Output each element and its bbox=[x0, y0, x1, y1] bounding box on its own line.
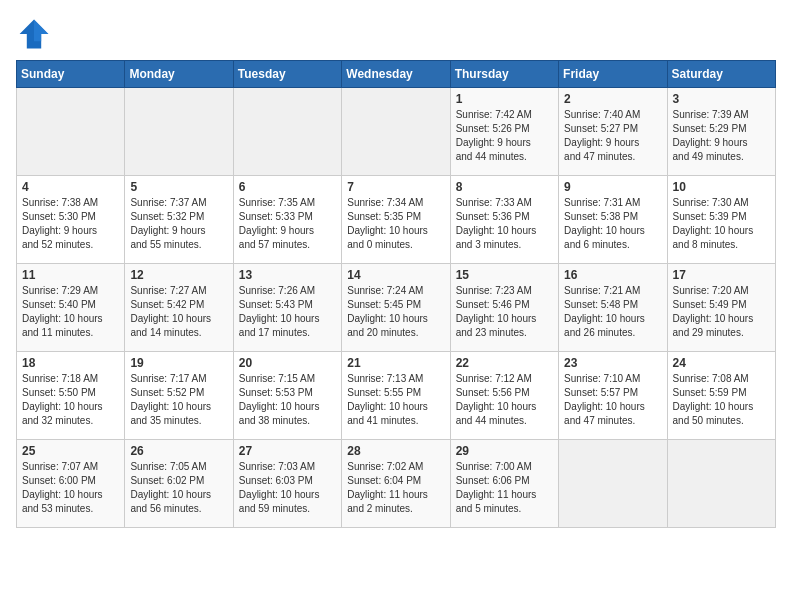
day-content: Sunrise: 7:21 AMSunset: 5:48 PMDaylight:… bbox=[564, 284, 661, 340]
week-row-3: 11Sunrise: 7:29 AMSunset: 5:40 PMDayligh… bbox=[17, 264, 776, 352]
calendar-cell: 9Sunrise: 7:31 AMSunset: 5:38 PMDaylight… bbox=[559, 176, 667, 264]
day-number: 1 bbox=[456, 92, 553, 106]
calendar-cell: 20Sunrise: 7:15 AMSunset: 5:53 PMDayligh… bbox=[233, 352, 341, 440]
header-tuesday: Tuesday bbox=[233, 61, 341, 88]
week-row-1: 1Sunrise: 7:42 AMSunset: 5:26 PMDaylight… bbox=[17, 88, 776, 176]
calendar-cell: 28Sunrise: 7:02 AMSunset: 6:04 PMDayligh… bbox=[342, 440, 450, 528]
day-content: Sunrise: 7:08 AMSunset: 5:59 PMDaylight:… bbox=[673, 372, 770, 428]
week-row-4: 18Sunrise: 7:18 AMSunset: 5:50 PMDayligh… bbox=[17, 352, 776, 440]
day-content: Sunrise: 7:40 AMSunset: 5:27 PMDaylight:… bbox=[564, 108, 661, 164]
day-content: Sunrise: 7:23 AMSunset: 5:46 PMDaylight:… bbox=[456, 284, 553, 340]
day-number: 27 bbox=[239, 444, 336, 458]
header-saturday: Saturday bbox=[667, 61, 775, 88]
day-content: Sunrise: 7:30 AMSunset: 5:39 PMDaylight:… bbox=[673, 196, 770, 252]
day-content: Sunrise: 7:17 AMSunset: 5:52 PMDaylight:… bbox=[130, 372, 227, 428]
calendar-cell: 3Sunrise: 7:39 AMSunset: 5:29 PMDaylight… bbox=[667, 88, 775, 176]
day-content: Sunrise: 7:33 AMSunset: 5:36 PMDaylight:… bbox=[456, 196, 553, 252]
day-content: Sunrise: 7:07 AMSunset: 6:00 PMDaylight:… bbox=[22, 460, 119, 516]
day-content: Sunrise: 7:12 AMSunset: 5:56 PMDaylight:… bbox=[456, 372, 553, 428]
calendar-cell: 23Sunrise: 7:10 AMSunset: 5:57 PMDayligh… bbox=[559, 352, 667, 440]
header-thursday: Thursday bbox=[450, 61, 558, 88]
day-content: Sunrise: 7:35 AMSunset: 5:33 PMDaylight:… bbox=[239, 196, 336, 252]
day-number: 7 bbox=[347, 180, 444, 194]
day-number: 8 bbox=[456, 180, 553, 194]
day-content: Sunrise: 7:00 AMSunset: 6:06 PMDaylight:… bbox=[456, 460, 553, 516]
day-content: Sunrise: 7:10 AMSunset: 5:57 PMDaylight:… bbox=[564, 372, 661, 428]
calendar-cell bbox=[559, 440, 667, 528]
day-number: 2 bbox=[564, 92, 661, 106]
week-row-2: 4Sunrise: 7:38 AMSunset: 5:30 PMDaylight… bbox=[17, 176, 776, 264]
calendar-cell: 16Sunrise: 7:21 AMSunset: 5:48 PMDayligh… bbox=[559, 264, 667, 352]
calendar-cell bbox=[233, 88, 341, 176]
day-content: Sunrise: 7:18 AMSunset: 5:50 PMDaylight:… bbox=[22, 372, 119, 428]
calendar-table: SundayMondayTuesdayWednesdayThursdayFrid… bbox=[16, 60, 776, 528]
calendar-cell: 27Sunrise: 7:03 AMSunset: 6:03 PMDayligh… bbox=[233, 440, 341, 528]
day-number: 24 bbox=[673, 356, 770, 370]
day-content: Sunrise: 7:20 AMSunset: 5:49 PMDaylight:… bbox=[673, 284, 770, 340]
calendar-cell: 22Sunrise: 7:12 AMSunset: 5:56 PMDayligh… bbox=[450, 352, 558, 440]
calendar-cell: 12Sunrise: 7:27 AMSunset: 5:42 PMDayligh… bbox=[125, 264, 233, 352]
day-number: 12 bbox=[130, 268, 227, 282]
day-content: Sunrise: 7:39 AMSunset: 5:29 PMDaylight:… bbox=[673, 108, 770, 164]
calendar-cell: 5Sunrise: 7:37 AMSunset: 5:32 PMDaylight… bbox=[125, 176, 233, 264]
calendar-cell: 25Sunrise: 7:07 AMSunset: 6:00 PMDayligh… bbox=[17, 440, 125, 528]
logo bbox=[16, 16, 56, 52]
header-friday: Friday bbox=[559, 61, 667, 88]
day-number: 3 bbox=[673, 92, 770, 106]
day-number: 18 bbox=[22, 356, 119, 370]
calendar-cell: 1Sunrise: 7:42 AMSunset: 5:26 PMDaylight… bbox=[450, 88, 558, 176]
day-number: 22 bbox=[456, 356, 553, 370]
day-number: 23 bbox=[564, 356, 661, 370]
day-content: Sunrise: 7:42 AMSunset: 5:26 PMDaylight:… bbox=[456, 108, 553, 164]
calendar-cell: 4Sunrise: 7:38 AMSunset: 5:30 PMDaylight… bbox=[17, 176, 125, 264]
calendar-cell: 17Sunrise: 7:20 AMSunset: 5:49 PMDayligh… bbox=[667, 264, 775, 352]
calendar-cell: 11Sunrise: 7:29 AMSunset: 5:40 PMDayligh… bbox=[17, 264, 125, 352]
day-number: 13 bbox=[239, 268, 336, 282]
header-wednesday: Wednesday bbox=[342, 61, 450, 88]
day-content: Sunrise: 7:27 AMSunset: 5:42 PMDaylight:… bbox=[130, 284, 227, 340]
day-number: 10 bbox=[673, 180, 770, 194]
calendar-cell bbox=[342, 88, 450, 176]
day-number: 21 bbox=[347, 356, 444, 370]
day-number: 16 bbox=[564, 268, 661, 282]
day-number: 15 bbox=[456, 268, 553, 282]
day-number: 6 bbox=[239, 180, 336, 194]
calendar-cell: 8Sunrise: 7:33 AMSunset: 5:36 PMDaylight… bbox=[450, 176, 558, 264]
header-sunday: Sunday bbox=[17, 61, 125, 88]
day-content: Sunrise: 7:31 AMSunset: 5:38 PMDaylight:… bbox=[564, 196, 661, 252]
day-number: 28 bbox=[347, 444, 444, 458]
calendar-header-row: SundayMondayTuesdayWednesdayThursdayFrid… bbox=[17, 61, 776, 88]
day-content: Sunrise: 7:37 AMSunset: 5:32 PMDaylight:… bbox=[130, 196, 227, 252]
day-content: Sunrise: 7:29 AMSunset: 5:40 PMDaylight:… bbox=[22, 284, 119, 340]
calendar-cell: 18Sunrise: 7:18 AMSunset: 5:50 PMDayligh… bbox=[17, 352, 125, 440]
day-number: 26 bbox=[130, 444, 227, 458]
calendar-cell: 14Sunrise: 7:24 AMSunset: 5:45 PMDayligh… bbox=[342, 264, 450, 352]
calendar-cell: 19Sunrise: 7:17 AMSunset: 5:52 PMDayligh… bbox=[125, 352, 233, 440]
day-number: 11 bbox=[22, 268, 119, 282]
day-number: 14 bbox=[347, 268, 444, 282]
day-content: Sunrise: 7:38 AMSunset: 5:30 PMDaylight:… bbox=[22, 196, 119, 252]
calendar-cell: 26Sunrise: 7:05 AMSunset: 6:02 PMDayligh… bbox=[125, 440, 233, 528]
day-content: Sunrise: 7:26 AMSunset: 5:43 PMDaylight:… bbox=[239, 284, 336, 340]
day-content: Sunrise: 7:02 AMSunset: 6:04 PMDaylight:… bbox=[347, 460, 444, 516]
calendar-cell: 24Sunrise: 7:08 AMSunset: 5:59 PMDayligh… bbox=[667, 352, 775, 440]
day-content: Sunrise: 7:13 AMSunset: 5:55 PMDaylight:… bbox=[347, 372, 444, 428]
calendar-cell: 13Sunrise: 7:26 AMSunset: 5:43 PMDayligh… bbox=[233, 264, 341, 352]
day-number: 20 bbox=[239, 356, 336, 370]
calendar-cell: 15Sunrise: 7:23 AMSunset: 5:46 PMDayligh… bbox=[450, 264, 558, 352]
calendar-cell bbox=[17, 88, 125, 176]
svg-marker-1 bbox=[34, 20, 48, 42]
page-header bbox=[16, 16, 776, 52]
logo-icon bbox=[16, 16, 52, 52]
calendar-cell: 29Sunrise: 7:00 AMSunset: 6:06 PMDayligh… bbox=[450, 440, 558, 528]
day-content: Sunrise: 7:24 AMSunset: 5:45 PMDaylight:… bbox=[347, 284, 444, 340]
day-content: Sunrise: 7:05 AMSunset: 6:02 PMDaylight:… bbox=[130, 460, 227, 516]
calendar-cell: 21Sunrise: 7:13 AMSunset: 5:55 PMDayligh… bbox=[342, 352, 450, 440]
day-number: 17 bbox=[673, 268, 770, 282]
day-number: 19 bbox=[130, 356, 227, 370]
day-content: Sunrise: 7:34 AMSunset: 5:35 PMDaylight:… bbox=[347, 196, 444, 252]
day-number: 4 bbox=[22, 180, 119, 194]
day-content: Sunrise: 7:15 AMSunset: 5:53 PMDaylight:… bbox=[239, 372, 336, 428]
header-monday: Monday bbox=[125, 61, 233, 88]
day-content: Sunrise: 7:03 AMSunset: 6:03 PMDaylight:… bbox=[239, 460, 336, 516]
